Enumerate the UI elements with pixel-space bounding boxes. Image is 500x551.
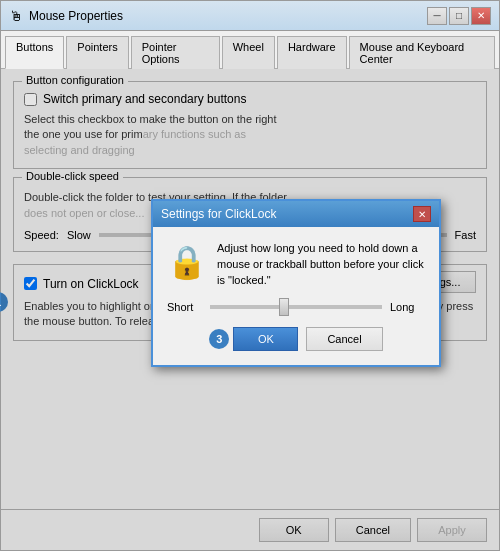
title-bar-left: 🖱 Mouse Properties xyxy=(9,8,123,24)
indicator-3: 3 xyxy=(209,329,229,349)
maximize-button[interactable]: □ xyxy=(449,7,469,25)
title-bar-controls: ─ □ ✕ xyxy=(427,7,491,25)
ok-indicator-wrapper: 3 OK xyxy=(209,327,298,351)
main-window: 🖱 Mouse Properties ─ □ ✕ Buttons Pointer… xyxy=(0,0,500,551)
dialog-title: Settings for ClickLock xyxy=(161,207,276,221)
dialog-slider-thumb[interactable] xyxy=(279,298,289,316)
tab-pointers[interactable]: Pointers xyxy=(66,36,128,69)
dialog-title-bar: Settings for ClickLock ✕ xyxy=(153,201,439,227)
title-bar: 🖱 Mouse Properties ─ □ ✕ xyxy=(1,1,499,31)
dialog-content: 🔒 Adjust how long you need to hold down … xyxy=(153,227,439,365)
short-label: Short xyxy=(167,301,202,313)
lock-icon: 🔒 xyxy=(167,243,207,281)
dialog-buttons: 3 OK Cancel xyxy=(167,327,425,351)
tab-buttons[interactable]: Buttons xyxy=(5,36,64,69)
clicklock-dialog: Settings for ClickLock ✕ 🔒 Adjust how lo… xyxy=(151,199,441,367)
tabs-bar: Buttons Pointers Pointer Options Wheel H… xyxy=(1,31,499,69)
tab-mouse-keyboard[interactable]: Mouse and Keyboard Center xyxy=(349,36,495,69)
dialog-body: 🔒 Adjust how long you need to hold down … xyxy=(167,241,425,289)
dialog-cancel-button[interactable]: Cancel xyxy=(306,327,382,351)
tab-wheel[interactable]: Wheel xyxy=(222,36,275,69)
dialog-close-button[interactable]: ✕ xyxy=(413,206,431,222)
close-button[interactable]: ✕ xyxy=(471,7,491,25)
dialog-description: Adjust how long you need to hold down a … xyxy=(217,241,425,289)
minimize-button[interactable]: ─ xyxy=(427,7,447,25)
dialog-slider-row: Short Long xyxy=(167,301,425,313)
window-title: Mouse Properties xyxy=(29,9,123,23)
window-icon: 🖱 xyxy=(9,8,23,24)
dialog-slider-track[interactable] xyxy=(210,305,382,309)
long-label: Long xyxy=(390,301,425,313)
tab-hardware[interactable]: Hardware xyxy=(277,36,347,69)
tab-pointer-options[interactable]: Pointer Options xyxy=(131,36,220,69)
dialog-ok-button[interactable]: OK xyxy=(233,327,298,351)
main-content: Button configuration Switch primary and … xyxy=(1,69,499,550)
